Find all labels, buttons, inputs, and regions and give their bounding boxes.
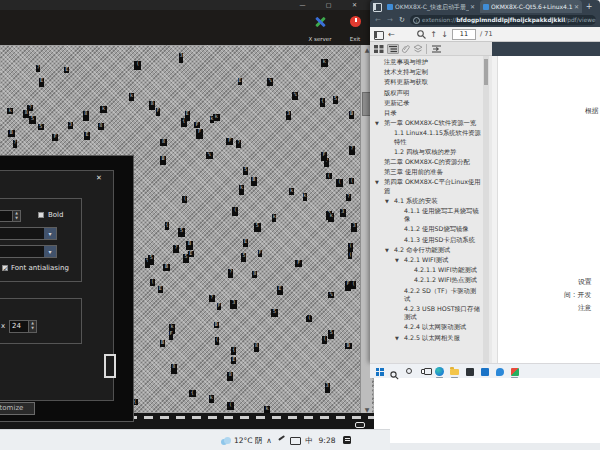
current-outline-item-icon[interactable] [431, 44, 443, 54]
noise-glyph: F [226, 138, 233, 145]
bold-checkbox[interactable] [38, 212, 44, 218]
expander-icon[interactable]: ▼ [395, 334, 399, 342]
layers-icon[interactable] [413, 44, 425, 54]
toc-item[interactable]: 4.2.1.1 WIFI功能测试 [370, 266, 482, 274]
spinner-arrows-icon[interactable]: ▲▼ [12, 211, 20, 221]
taskbar-icon-folder[interactable] [449, 366, 460, 377]
maximize-icon[interactable]: ▢ [324, 1, 333, 9]
search-icon[interactable] [416, 29, 427, 40]
address-bar[interactable]: i extension://bfdogplmndidlpjfhoijckpakk… [410, 15, 596, 25]
forward-icon[interactable]: → [385, 15, 395, 25]
toc-item[interactable]: 4.1.1 使用烧写工具烧写镜像 [370, 207, 482, 223]
toc-item[interactable]: 1.2 四核与双核的差异 [370, 148, 482, 156]
pdf-back-icon[interactable]: ← [386, 29, 397, 40]
taskbar-icon-edge[interactable] [434, 366, 445, 377]
toc-item[interactable]: ▼4.2 命令行功能测试 [370, 246, 482, 254]
vertical-tabs-icon[interactable] [372, 2, 382, 11]
clock[interactable]: 9:28 [316, 433, 338, 448]
font-size-spinner[interactable]: 0 ▲▼ [0, 210, 21, 222]
pen-icon[interactable] [276, 433, 285, 448]
rows-value: 24 [12, 322, 21, 330]
display-icon[interactable] [289, 433, 300, 448]
close-icon[interactable]: ✕ [350, 1, 359, 9]
page-info-icon[interactable]: i [413, 17, 420, 24]
toc-item[interactable]: 第三章 使用前的准备 [370, 168, 482, 176]
noise-glyph: 5 [29, 116, 35, 124]
back-icon[interactable]: ← [373, 15, 383, 25]
toc-item-label: 4.2.4 以太网驱动测试 [404, 323, 466, 330]
taskbar-icon-colorapp[interactable] [509, 366, 520, 377]
toc-item[interactable]: 资料更新与获取 [370, 78, 482, 86]
sidebar-scrollbar[interactable] [483, 56, 489, 363]
noise-glyph: { [165, 222, 169, 231]
page-up-icon[interactable]: ↑ [428, 29, 439, 40]
toc-item[interactable]: 注意事项与维护 [370, 58, 482, 66]
resize-grip[interactable] [355, 422, 365, 428]
spinner-arrows-icon[interactable]: ▲▼ [28, 321, 36, 332]
toc-item[interactable]: 4.2.4 以太网驱动测试 [370, 323, 482, 331]
scrollbar-thumb[interactable] [484, 59, 488, 85]
page-down-icon[interactable]: ↓ [439, 29, 450, 40]
xserver-button[interactable]: X server [305, 14, 335, 42]
noise-glyph: 8 [149, 101, 154, 110]
toc-item[interactable]: 技术支持与定制 [370, 68, 482, 76]
ime-indicator[interactable]: 中 [303, 433, 315, 448]
toc-item[interactable]: ▼4.1 系统的安装 [370, 197, 482, 205]
customize-button[interactable]: Customize [0, 402, 35, 415]
tab-close-icon[interactable]: ✕ [469, 3, 476, 10]
expander-icon[interactable]: ▼ [395, 256, 399, 264]
font-family-dropdown[interactable]: ▾ [0, 227, 57, 240]
toc-item-label: 版权声明 [384, 89, 409, 96]
toc-item[interactable]: 更新记录 [370, 99, 482, 107]
taskbar-icon-taskview[interactable] [419, 366, 430, 377]
toc-item[interactable]: 1.1 Linux4.1.15系统软件资源特性 [370, 129, 482, 145]
tab-user-manual-active[interactable]: OKMX8X-C-Qt5.6+Linux4.1.15- ✕ [480, 0, 582, 13]
toc-item[interactable]: 第二章 OKMX8X-C的资源分配 [370, 158, 482, 166]
toc-item[interactable]: 4.1.3 使用SD卡启动系统 [370, 236, 482, 244]
toc-item[interactable]: 目录 [370, 109, 482, 117]
focused-button[interactable] [104, 354, 116, 378]
page-text: 注意 [578, 303, 592, 313]
page-number-input[interactable]: 11 [452, 29, 476, 40]
noise-glyph: k [303, 193, 307, 201]
expander-icon[interactable]: ▼ [385, 246, 389, 254]
refresh-icon[interactable]: ↻ [397, 15, 407, 25]
toc-item[interactable]: 4.1.2 使用SD烧写镜像 [370, 225, 482, 233]
chevron-down-icon[interactable]: ▾ [44, 246, 56, 257]
chevron-down-icon[interactable]: ▾ [44, 228, 56, 239]
exit-button[interactable]: Exit [340, 14, 370, 42]
expander-icon[interactable]: ▼ [375, 178, 379, 186]
toc-item[interactable]: 版权声明 [370, 89, 482, 97]
tray-overflow-icon[interactable]: ∧ [264, 433, 274, 448]
rows-spinner[interactable]: 24 ▲▼ [9, 320, 37, 333]
toc-item-label: 4.2.5 以太网相关服 [404, 334, 460, 341]
toc-item[interactable]: 4.2.3 USB HOST接口存储测试 [370, 305, 482, 321]
sidebar-toggle-icon[interactable] [373, 29, 384, 40]
toc-item-label: 更新记录 [384, 99, 409, 106]
toc-item[interactable]: ▼第一章 OKMX8X-C软件资源一览 [370, 119, 482, 127]
toc-item[interactable]: ▼4.2.5 以太网相关服 [370, 334, 482, 342]
tab-quickstart-manual[interactable]: OKMX8X-C_快速启动手册_V1.1- ✕ [384, 0, 478, 13]
outline-view-icon[interactable] [387, 44, 399, 54]
minimize-icon[interactable]: — [298, 1, 307, 9]
taskbar-icon-blueapp[interactable] [494, 366, 505, 377]
attachments-icon[interactable] [401, 44, 413, 54]
taskbar-icon-darkapp[interactable] [464, 366, 475, 377]
taskbar-icon-search[interactable] [389, 366, 400, 377]
expander-icon[interactable]: ▼ [375, 119, 379, 127]
new-tab-button[interactable]: + [584, 1, 594, 12]
toc-item[interactable]: ▼4.2.1 WIFI测试 [370, 256, 482, 264]
toc-item[interactable]: 4.2.2 SD（TF）卡驱动测试 [370, 287, 482, 303]
tab-close-icon[interactable]: ✕ [573, 3, 580, 10]
taskbar-icon-mail[interactable] [479, 366, 490, 377]
expander-icon[interactable]: ▼ [385, 197, 389, 205]
thumbnails-view-icon[interactable] [373, 44, 385, 54]
antialias-checkbox[interactable]: ✓ [2, 265, 8, 271]
font-fallback-dropdown[interactable]: ▾ [0, 245, 57, 258]
taskbar-icon-cortana[interactable] [404, 366, 415, 377]
toc-item[interactable]: 4.2.1.2 WIFI热点测试 [370, 276, 482, 284]
taskbar-icon-start[interactable] [374, 366, 385, 377]
toc-item[interactable]: ▼第四章 OKMX8X-C平台Linux使用篇 [370, 178, 482, 194]
dialog-close-icon[interactable]: ✕ [93, 173, 105, 183]
notification-center-icon[interactable] [342, 433, 352, 448]
